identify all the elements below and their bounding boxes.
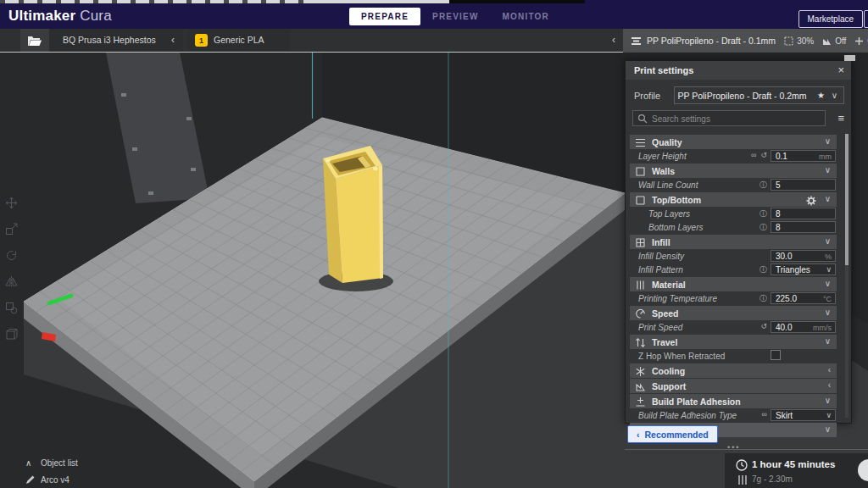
model-arco-v4[interactable]: [323, 146, 383, 283]
chevron-down-icon[interactable]: ∨: [825, 136, 831, 146]
link-icon[interactable]: ∞: [762, 410, 767, 419]
material-spool-icon: [737, 475, 748, 485]
panel-scrollbar-thumb[interactable]: [845, 134, 849, 265]
category-material[interactable]: Material∨: [630, 277, 837, 291]
brand-bold: Ultimaker: [8, 8, 75, 24]
setting-row-icons: ↺: [760, 322, 767, 330]
object-list-toggle[interactable]: ∧ Object list: [25, 458, 78, 468]
drag-handle-dots[interactable]: •••: [727, 443, 740, 452]
infill-category-icon: [635, 237, 646, 248]
input-infill-density[interactable]: 30.0%: [771, 250, 836, 262]
settings-visibility-menu-icon[interactable]: ≡: [837, 112, 844, 125]
info-icon[interactable]: ⓘ: [760, 208, 767, 219]
chevron-up-icon: ∧: [25, 458, 41, 468]
dropdown-infill-pattern[interactable]: Triangles∨: [771, 263, 836, 275]
chevron-left-icon[interactable]: ‹: [828, 365, 831, 374]
profile-dropdown[interactable]: PP PoliPropileno - Draft - 0.2mm ★ ∨: [674, 86, 844, 104]
input-layer-height[interactable]: 0.1mm: [771, 150, 836, 162]
chevron-down-icon[interactable]: ∨: [825, 308, 831, 317]
input-print-speed[interactable]: 40.0mm/s: [771, 321, 836, 333]
category-label: Support: [652, 381, 686, 391]
setting-row-top-layers: Top Layersⓘ8: [630, 207, 837, 220]
info-icon[interactable]: ⓘ: [760, 180, 767, 191]
search-input[interactable]: Search settings: [632, 110, 826, 126]
chevron-left-icon[interactable]: ‹: [828, 380, 831, 390]
close-icon[interactable]: ×: [837, 64, 844, 77]
chevron-down-icon[interactable]: ∨: [825, 336, 831, 346]
chevron-down-icon[interactable]: ∨: [825, 165, 831, 175]
panel-resize-divider[interactable]: [625, 449, 868, 450]
chevron-down-icon[interactable]: ∨: [825, 396, 831, 405]
print-settings-summary-bar[interactable]: PP PoliPropileno - Draft - 0.1mm 30% Off…: [623, 29, 868, 53]
setting-value: 40.0: [776, 323, 792, 332]
rotate-tool-button[interactable]: [0, 242, 22, 269]
edge-cutoff-button[interactable]: [864, 10, 868, 28]
extruder-material-tab[interactable]: 1 Generic PLA: [188, 29, 290, 52]
infill-icon: [784, 36, 793, 46]
tab-prepare[interactable]: PREPARE: [349, 8, 420, 25]
summary-adhesion: Off: [854, 36, 868, 46]
category-cooling[interactable]: Cooling‹: [630, 363, 837, 378]
chevron-down-icon[interactable]: ∨: [825, 194, 831, 203]
category-label: Quality: [652, 137, 682, 147]
printer-collapse-icon[interactable]: ‹: [171, 34, 175, 46]
tab-monitor[interactable]: MONITOR: [491, 8, 561, 25]
model-name-label: Arco v4: [41, 475, 70, 485]
settings-collapse-icon[interactable]: ‹: [612, 34, 615, 46]
chevron-down-icon[interactable]: ∨: [825, 424, 831, 434]
category-build-plate-adhesion[interactable]: Build Plate Adhesion∨: [630, 394, 837, 408]
star-icon[interactable]: ★: [817, 91, 825, 100]
tab-preview[interactable]: PREVIEW: [420, 8, 491, 25]
checkbox-z-hop-when-retracted[interactable]: [771, 350, 781, 360]
category-quality[interactable]: Quality∨: [630, 135, 837, 149]
per-model-settings-button[interactable]: [0, 295, 22, 321]
category-top-bottom[interactable]: Top/Bottom∨: [630, 192, 837, 207]
panel-pointer: [844, 55, 855, 61]
printer-selector[interactable]: BQ Prusa i3 Hephestos ‹: [49, 29, 183, 52]
setting-value: Skirt: [776, 411, 793, 420]
scale-tool-button[interactable]: [0, 216, 22, 242]
setting-row-print-speed: Print Speed↺40.0mm/s: [630, 320, 837, 334]
info-icon[interactable]: ⓘ: [760, 264, 767, 275]
setting-value: 8: [776, 209, 781, 219]
category-infill[interactable]: Infill∨: [630, 235, 837, 249]
app-logo: Ultimaker Cura: [8, 8, 112, 25]
info-icon[interactable]: ⓘ: [760, 222, 767, 233]
chevron-down-icon[interactable]: ∨: [825, 279, 831, 288]
category-speed[interactable]: Speed∨: [630, 306, 837, 320]
input-printing-temperature[interactable]: 225.0°C: [771, 292, 836, 304]
settings-list: Quality∨Layer Height∞↺0.1mmWalls∨Wall Li…: [630, 134, 837, 437]
printer-name: BQ Prusa i3 Hephestos: [63, 35, 156, 45]
support-icon: [822, 36, 832, 46]
open-file-button[interactable]: [20, 29, 49, 52]
category-support[interactable]: Support‹: [630, 379, 837, 393]
summary-profile-text: PP PoliPropileno - Draft - 0.1mm: [647, 36, 776, 46]
setting-row-icons: ⓘ: [760, 264, 767, 275]
recommended-mode-button[interactable]: ‹ Recommended: [627, 425, 718, 443]
setting-row-wall-line-count: Wall Line Countⓘ5: [630, 178, 837, 191]
info-icon[interactable]: ⓘ: [760, 293, 767, 304]
input-bottom-layers[interactable]: 8: [771, 221, 836, 233]
marketplace-button[interactable]: Marketplace: [798, 10, 863, 28]
setting-row-infill-density: Infill Density30.0%: [630, 249, 837, 263]
mirror-tool-button[interactable]: [0, 269, 22, 295]
topbottom-category-icon: [635, 195, 646, 206]
cooling-category-icon: [635, 366, 646, 377]
output-device-button[interactable]: [858, 459, 868, 481]
rotate-icon: [5, 249, 18, 262]
model-name-row[interactable]: Arco v4: [25, 474, 70, 485]
summary-infill: 30%: [784, 36, 814, 46]
category-walls[interactable]: Walls∨: [630, 164, 837, 178]
dropdown-build-plate-adhesion-type[interactable]: Skirt∨: [771, 409, 836, 421]
chevron-down-icon[interactable]: ∨: [825, 236, 831, 246]
link-icon[interactable]: ∞: [751, 151, 756, 159]
category-travel[interactable]: Travel∨: [630, 335, 837, 349]
input-wall-line-count[interactable]: 5: [771, 179, 836, 191]
support-blocker-button[interactable]: [0, 321, 22, 347]
input-top-layers[interactable]: 8: [771, 208, 836, 219]
chevron-down-icon: ∨: [826, 265, 832, 274]
gear-icon[interactable]: [806, 196, 816, 206]
reset-icon[interactable]: ↺: [760, 151, 767, 159]
move-tool-button[interactable]: [0, 190, 22, 216]
reset-icon[interactable]: ↺: [760, 322, 767, 330]
